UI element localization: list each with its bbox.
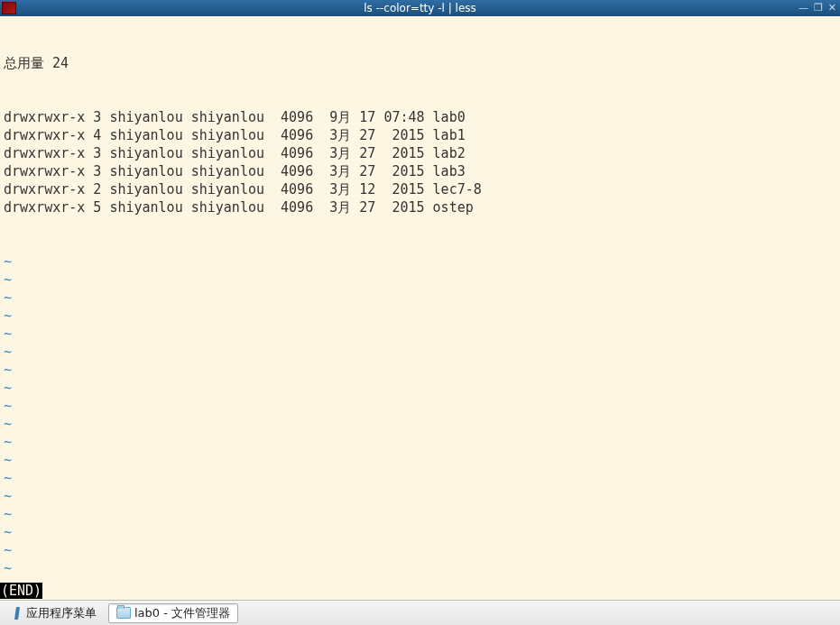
applications-menu-label: 应用程序菜单 bbox=[26, 605, 97, 621]
empty-line-tilde: ~ bbox=[4, 577, 836, 595]
tilde-fill: ~~~~~~~~~~~~~~~~~~~~~~~~ bbox=[4, 253, 836, 600]
empty-line-tilde: ~ bbox=[4, 523, 836, 541]
file-entry: drwxrwxr-x 4 shiyanlou shiyanlou 4096 3月… bbox=[4, 126, 836, 144]
empty-line-tilde: ~ bbox=[4, 325, 836, 343]
empty-line-tilde: ~ bbox=[4, 343, 836, 361]
applications-menu-button[interactable]: 应用程序菜单 bbox=[4, 603, 105, 623]
empty-line-tilde: ~ bbox=[4, 289, 836, 307]
taskbar-window-label: lab0 - 文件管理器 bbox=[134, 605, 230, 621]
folder-icon bbox=[116, 607, 131, 619]
close-button[interactable]: ✕ bbox=[828, 2, 836, 14]
terminal-icon bbox=[2, 2, 16, 14]
empty-line-tilde: ~ bbox=[4, 433, 836, 451]
empty-line-tilde: ~ bbox=[4, 505, 836, 523]
window-titlebar: ls --color=tty -l | less — ❐ ✕ bbox=[0, 0, 840, 16]
xfce-menu-icon bbox=[12, 607, 23, 620]
file-listing: drwxrwxr-x 3 shiyanlou shiyanlou 4096 9月… bbox=[4, 108, 836, 216]
empty-line-tilde: ~ bbox=[4, 559, 836, 577]
file-entry: drwxrwxr-x 3 shiyanlou shiyanlou 4096 9月… bbox=[4, 108, 836, 126]
empty-line-tilde: ~ bbox=[4, 487, 836, 505]
terminal-pane[interactable]: 总用量 24 drwxrwxr-x 3 shiyanlou shiyanlou … bbox=[0, 16, 840, 600]
total-line: 总用量 24 bbox=[4, 54, 836, 72]
empty-line-tilde: ~ bbox=[4, 469, 836, 487]
maximize-button[interactable]: ❐ bbox=[814, 2, 823, 14]
taskbar: 应用程序菜单 lab0 - 文件管理器 bbox=[0, 600, 840, 625]
empty-line-tilde: ~ bbox=[4, 271, 836, 289]
empty-line-tilde: ~ bbox=[4, 451, 836, 469]
window-title: ls --color=tty -l | less bbox=[364, 2, 476, 14]
empty-line-tilde: ~ bbox=[4, 541, 836, 559]
empty-line-tilde: ~ bbox=[4, 415, 836, 433]
empty-line-tilde: ~ bbox=[4, 307, 836, 325]
file-entry: drwxrwxr-x 3 shiyanlou shiyanlou 4096 3月… bbox=[4, 144, 836, 162]
empty-line-tilde: ~ bbox=[4, 253, 836, 271]
window-controls: — ❐ ✕ bbox=[798, 2, 840, 14]
empty-line-tilde: ~ bbox=[4, 397, 836, 415]
minimize-button[interactable]: — bbox=[798, 2, 808, 14]
pager-status: (END) bbox=[0, 582, 42, 600]
file-entry: drwxrwxr-x 5 shiyanlou shiyanlou 4096 3月… bbox=[4, 198, 836, 216]
file-entry: drwxrwxr-x 3 shiyanlou shiyanlou 4096 3月… bbox=[4, 162, 836, 180]
empty-line-tilde: ~ bbox=[4, 379, 836, 397]
empty-line-tilde: ~ bbox=[4, 361, 836, 379]
taskbar-window-button[interactable]: lab0 - 文件管理器 bbox=[108, 603, 238, 623]
file-entry: drwxrwxr-x 2 shiyanlou shiyanlou 4096 3月… bbox=[4, 180, 836, 198]
empty-line-tilde: ~ bbox=[4, 595, 836, 600]
